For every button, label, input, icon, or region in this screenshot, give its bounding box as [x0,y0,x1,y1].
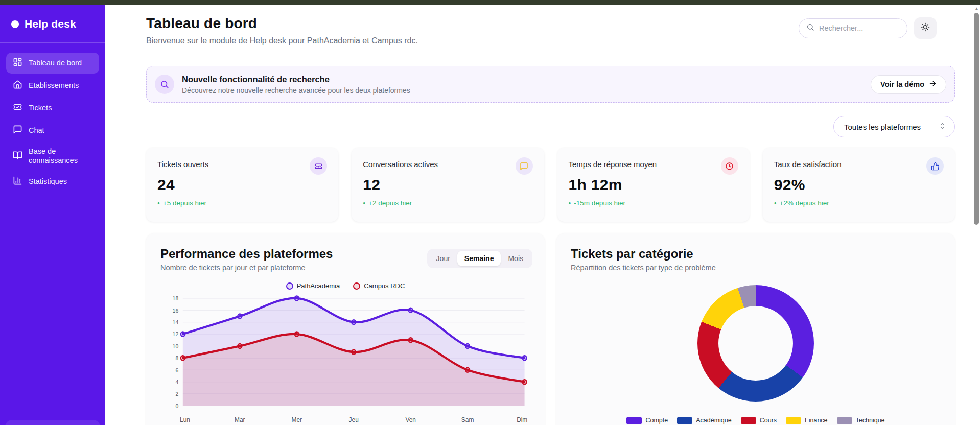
sidebar-item-statistiques[interactable]: Statistiques [6,171,99,192]
period-tabs: Jour Semaine Mois [427,249,532,268]
sidebar-bottom-panel [5,420,100,425]
legend-label: Compte [645,417,668,424]
sidebar-item-label: Chat [29,126,44,135]
svg-text:Mer: Mer [291,416,301,424]
sidebar-item-etablissements[interactable]: Etablissements [6,75,99,96]
legend-swatch-icon [837,417,852,424]
demo-button[interactable]: Voir la démo [871,75,946,94]
search-input[interactable] [819,24,896,32]
legend-item: Cours [741,417,777,424]
sidebar-item-chat[interactable]: Chat [6,120,99,141]
legend-label: Finance [805,417,827,424]
sidebar-item-label: Etablissements [29,81,79,90]
stat-delta: +2% depuis hier [774,199,944,207]
legend-swatch-icon [677,417,692,424]
banner-text: Nouvelle fonctionnalité de recherche Déc… [182,75,410,95]
stat-card-temps-de-reponse: Temps de réponse moyen 1h 12m -15m depui… [557,148,750,222]
sidebar-item-label: Tickets [29,104,52,112]
stat-card-conversations-actives: Conversations actives 12 +2 depuis hier [352,148,544,222]
chat-bubble-icon [516,157,533,175]
legend-item: Académique [677,417,732,424]
legend-marker-icon [286,282,293,290]
legend-label: Académique [696,417,732,424]
scrollbar[interactable]: ▲ [973,5,980,425]
sidebar-item-label: Base de connaissances [29,147,92,164]
sidebar-nav: Tableau de bord Etablissements Tickets C… [0,43,105,202]
svg-text:16: 16 [173,307,179,314]
svg-text:Lun: Lun [180,416,190,424]
banner-subtitle: Découvrez notre nouvelle recherche avanc… [182,86,410,95]
book-open-icon [13,150,22,162]
legend-swatch-icon [626,417,642,424]
page-subtitle: Bienvenue sur le module de Help desk pou… [146,36,418,45]
svg-text:Mar: Mar [235,416,245,424]
line-chart-legend: PathAcademiaCampus RDC [160,282,530,290]
donut-chart [697,285,814,402]
svg-text:0: 0 [175,403,178,409]
svg-text:12: 12 [173,331,179,338]
legend-item: Finance [786,417,827,424]
legend-item: Campus RDC [353,282,405,290]
svg-text:6: 6 [175,367,178,373]
legend-label: Technique [856,417,885,424]
sidebar-item-tickets[interactable]: Tickets [6,98,99,119]
page-title: Tableau de bord [146,15,418,32]
tab-mois[interactable]: Mois [501,251,530,266]
legend-label: Campus RDC [364,282,405,290]
legend-swatch-icon [741,417,756,424]
thumbs-up-icon [926,157,944,175]
platform-performance-card: Performance des plateformes Nombre de ti… [146,233,545,425]
search-icon [155,75,174,94]
scrollbar-thumb[interactable] [974,13,979,225]
legend-item: Compte [626,417,668,424]
stat-label: Conversations actives [363,160,532,169]
legend-marker-icon [353,282,360,290]
demo-button-label: Voir la démo [880,80,924,88]
svg-text:18: 18 [173,295,179,302]
sidebar-item-base-de-connaissances[interactable]: Base de connaissances [6,143,99,169]
ticket-icon [13,102,22,114]
theme-toggle-button[interactable] [914,17,937,39]
svg-text:Sam: Sam [461,416,474,424]
banner-title: Nouvelle fonctionnalité de recherche [182,75,410,84]
dashboard-grid-icon [13,57,22,69]
stat-label: Taux de satisfaction [774,160,944,169]
stat-value: 92% [774,176,944,194]
chart-title: Tickets par catégorie [571,247,941,261]
tab-semaine[interactable]: Semaine [457,251,501,266]
svg-text:Ven: Ven [405,416,416,424]
sidebar-item-tableau-de-bord[interactable]: Tableau de bord [6,53,99,74]
stat-card-tickets-ouverts: Tickets ouverts 24 +5 depuis hier [146,148,338,222]
feature-banner: Nouvelle fonctionnalité de recherche Déc… [146,66,955,103]
platform-select[interactable]: Toutes les plateformes [833,116,955,137]
platform-select-value: Toutes les plateformes [844,123,921,131]
donut-chart-legend: CompteAcadémiqueCoursFinanceTechnique [626,417,884,424]
ticket-icon [310,157,327,175]
tickets-category-card: Tickets par catégorie Répartition des ti… [556,233,955,425]
clock-icon [721,157,738,175]
sidebar-item-label: Tableau de bord [29,59,82,67]
stat-delta: -15m depuis hier [569,199,738,207]
svg-text:8: 8 [175,355,178,362]
sidebar: Help desk Tableau de bord Etablissements… [0,5,105,425]
search-box[interactable] [799,18,907,38]
brand-dot-icon [11,20,19,28]
brand: Help desk [0,5,105,42]
bar-chart-icon [13,176,22,187]
svg-text:14: 14 [173,319,179,325]
stat-delta: +5 depuis hier [157,199,327,207]
chat-bubble-icon [13,125,22,136]
tab-jour[interactable]: Jour [429,251,457,266]
stat-label: Tickets ouverts [157,160,327,169]
window-top-strip [0,0,980,5]
stat-card-taux-de-satisfaction: Taux de satisfaction 92% +2% depuis hier [763,148,955,222]
chart-subtitle: Répartition des tickets par type de prob… [571,264,941,272]
scrollbar-up-arrow[interactable]: ▲ [973,6,980,11]
legend-item: Technique [837,417,885,424]
page-header: Tableau de bord Bienvenue sur le module … [146,15,418,45]
brand-name: Help desk [25,18,76,30]
line-chart: 024681012141618LunMarMerJeuVenSamDim [160,291,530,425]
sun-icon [921,22,930,34]
stat-value: 24 [157,176,327,194]
svg-text:2: 2 [175,391,178,397]
